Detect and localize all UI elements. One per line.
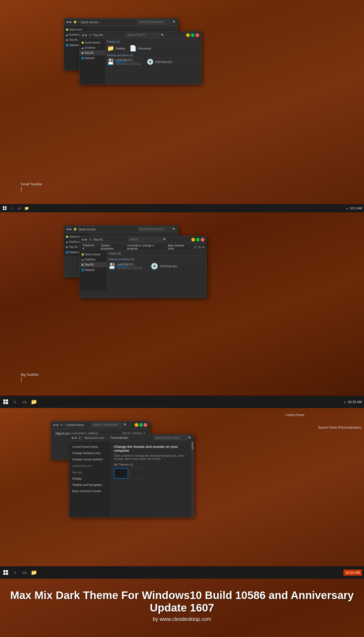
folder-taskbar-icon[interactable]: 📁 bbox=[24, 206, 29, 211]
scrollbar-thumb[interactable] bbox=[192, 442, 193, 450]
person-header: ◀ ▶ ⊞ › Appearance and ... › Personaliza… bbox=[69, 434, 193, 442]
minimize-2[interactable]: ─ bbox=[191, 238, 195, 241]
fg-sidebar-network[interactable]: 🌐Network bbox=[80, 55, 105, 61]
drive-d-2[interactable]: 💿 DVD Drive (D:) bbox=[151, 263, 177, 270]
view-options-icon[interactable]: ● bbox=[202, 245, 204, 249]
s2-sidebar-quick[interactable]: ⭐Quick access bbox=[80, 252, 107, 257]
titlebar-thispc-2: ◀ ▶ 🖥 This PC Search 🔍 ─ □ × bbox=[80, 236, 206, 243]
fg-sidebar-thispc[interactable]: 🖥This PC bbox=[80, 50, 105, 55]
person-desc: Click a theme to change the desktop back… bbox=[114, 454, 188, 460]
task-view-icon[interactable]: ▭ bbox=[17, 206, 22, 211]
taskbar-clock-3: 10:14 AM bbox=[343, 570, 362, 576]
person-change-mouse[interactable]: Change mouse pointers bbox=[69, 456, 110, 462]
s2-sidebar-network[interactable]: 🌐Network bbox=[80, 267, 107, 272]
see-also-display[interactable]: Display bbox=[69, 475, 110, 482]
svg-rect-4 bbox=[3, 399, 5, 402]
task-view-icon-2[interactable]: ▭ bbox=[21, 398, 28, 405]
see-also-ease[interactable]: Ease of Access Center bbox=[69, 488, 110, 494]
organize-btn[interactable]: Organize ▾ bbox=[82, 243, 97, 251]
taskbar-right: ▲ 10:11 AM bbox=[346, 207, 364, 210]
svg-rect-9 bbox=[6, 570, 8, 572]
system-props-btn[interactable]: System properties bbox=[100, 243, 123, 251]
folders-header: Folders (6) bbox=[107, 40, 200, 44]
close-2[interactable]: × bbox=[201, 238, 204, 241]
start-icon-3[interactable] bbox=[2, 569, 9, 576]
cp-search-input[interactable]: Search Control Panel bbox=[92, 423, 123, 427]
search-this-pc-input[interactable]: Search This PC bbox=[126, 33, 159, 37]
folder-desktop[interactable]: 📁 Desktop bbox=[107, 45, 125, 52]
taskbar-big: ○ ▭ 📁 ▲ 10:15 AM bbox=[0, 396, 364, 408]
s2-sidebar-onedrive[interactable]: ☁OneDrive bbox=[80, 257, 107, 262]
explorer-thispc-fg-2[interactable]: ◀ ▶ 🖥 This PC Search 🔍 ─ □ × Organize ▾ … bbox=[79, 236, 207, 298]
system-tray-arrow-2[interactable]: ▲ bbox=[343, 400, 346, 403]
view-list-icon[interactable]: ☰ bbox=[194, 245, 197, 249]
taskbar-clock-2: 10:15 AM bbox=[348, 400, 362, 404]
drive-c[interactable]: 💾 Local Disk (C:) 10.3 GB free of 19.5 G… bbox=[107, 59, 144, 65]
person-sidebar: Control Panel Home Change desktop icons … bbox=[69, 442, 111, 517]
folder-documents[interactable]: 📄 Documents bbox=[129, 45, 151, 52]
search-quick-access-input[interactable]: Search Quick access bbox=[137, 20, 171, 24]
personalization-window[interactable]: ◀ ▶ ⊞ › Appearance and ... › Personaliza… bbox=[69, 434, 194, 517]
section-main: Max Mix Dark Theme For Windows10 Build 1… bbox=[0, 579, 364, 637]
cp-search-icon[interactable]: 🔍 bbox=[124, 423, 127, 426]
task-view-icon-3[interactable]: ▭ bbox=[21, 569, 28, 576]
folders-header-2: Folders (6) bbox=[108, 252, 205, 256]
theme-2[interactable] bbox=[130, 468, 144, 479]
window-controls-fg: ─ □ × bbox=[186, 33, 199, 37]
taskbar-right-3: 10:14 AM bbox=[343, 570, 364, 576]
section-big-taskbar: ◀ ▶ ⭐ Quick access Search Quick access 🔍… bbox=[0, 212, 364, 408]
cp-maximize[interactable]: □ bbox=[139, 423, 143, 427]
person-title: Change the visuals and sounds on your co… bbox=[114, 445, 188, 453]
titlebar-qa-bg-2: ◀ ▶ ⭐ Quick access Search Quick access 🔍 bbox=[64, 226, 178, 233]
taskbar-clock: 10:11 AM bbox=[350, 207, 362, 210]
label-big-taskbar: Big TaskBar | bbox=[21, 373, 39, 382]
drive-c-2[interactable]: 💾 Local Disk (C:) 10.3 GB free of 19.5 G… bbox=[108, 263, 147, 270]
explorer-this-pc-fg[interactable]: ◀ ▶ 🖥 This PC Search This PC 🔍 ─ □ × ⭐Qu… bbox=[79, 31, 202, 85]
see-also-taskbar[interactable]: Taskbar and Navigation bbox=[69, 482, 110, 488]
svg-rect-0 bbox=[3, 206, 4, 208]
taskbar-left-3: ○ ▭ 📁 bbox=[0, 569, 37, 576]
theme-1[interactable] bbox=[114, 468, 128, 479]
svg-rect-11 bbox=[6, 573, 8, 575]
person-change-desktop[interactable]: Change desktop icons bbox=[69, 450, 110, 456]
title-area: Max Mix Dark Theme For Windows10 Build 1… bbox=[0, 579, 364, 627]
svg-rect-2 bbox=[3, 208, 4, 210]
s2-sidebar-thispc[interactable]: 🖥This PC bbox=[80, 262, 107, 267]
fg-sidebar-onedrive[interactable]: ☁OneDrive bbox=[80, 45, 105, 50]
section-small-taskbar: ◀ ▶ ⭐ › Quick access › Search Quick acce… bbox=[0, 0, 364, 212]
system-tray-arrow[interactable]: ▲ bbox=[346, 207, 348, 210]
close-button[interactable]: × bbox=[196, 33, 199, 37]
svg-rect-10 bbox=[3, 573, 5, 575]
maximize-button[interactable]: □ bbox=[191, 33, 194, 37]
main-title: Max Mix Dark Theme For Windows10 Build 1… bbox=[0, 589, 364, 614]
person-search-input[interactable]: Search Control Panel bbox=[153, 436, 187, 440]
scrollbar[interactable] bbox=[191, 442, 193, 517]
section-divider-1 bbox=[0, 204, 364, 204]
cp-close[interactable]: × bbox=[144, 423, 147, 427]
taskbar-left: ○ ▭ 📁 bbox=[0, 206, 29, 211]
maximize-2[interactable]: □ bbox=[196, 238, 200, 241]
cortana-icon-2[interactable]: ○ bbox=[11, 398, 19, 405]
map-drive-btn[interactable]: Map network drive bbox=[167, 243, 191, 251]
fg-sidebar-quick[interactable]: ⭐Quick access bbox=[80, 40, 105, 45]
label-system-panel: System Panel (Personalization) bbox=[318, 426, 361, 429]
minimize-button[interactable]: ─ bbox=[186, 33, 190, 37]
folder-taskbar-icon-2[interactable]: 📁 bbox=[30, 398, 37, 405]
search-thispc-2[interactable]: Search bbox=[128, 238, 162, 242]
cortana-icon-3[interactable]: ○ bbox=[11, 569, 19, 576]
my-themes-label: My Themes (1) bbox=[114, 463, 188, 466]
section-divider-2 bbox=[0, 395, 364, 396]
uninstall-btn[interactable]: Uninstall or change a program bbox=[126, 243, 164, 251]
sub-title: by www.cleodesktop.com bbox=[0, 616, 364, 622]
view-grid-icon[interactable]: ⊞ bbox=[198, 245, 201, 249]
person-cp-home[interactable]: Control Panel Home bbox=[69, 444, 110, 450]
folder-icon-3[interactable]: 📁 bbox=[30, 569, 37, 576]
svg-rect-5 bbox=[6, 399, 8, 402]
search-qa-2[interactable]: Search Quick access bbox=[138, 227, 172, 231]
person-search-icon[interactable]: 🔍 bbox=[188, 436, 191, 439]
cortana-icon[interactable]: ○ bbox=[9, 206, 15, 211]
start-icon-2[interactable] bbox=[2, 398, 9, 405]
start-icon[interactable] bbox=[2, 206, 7, 211]
cp-minimize[interactable]: ─ bbox=[135, 423, 138, 427]
drive-d[interactable]: 💿 DVD Drive (D:) bbox=[147, 59, 173, 65]
